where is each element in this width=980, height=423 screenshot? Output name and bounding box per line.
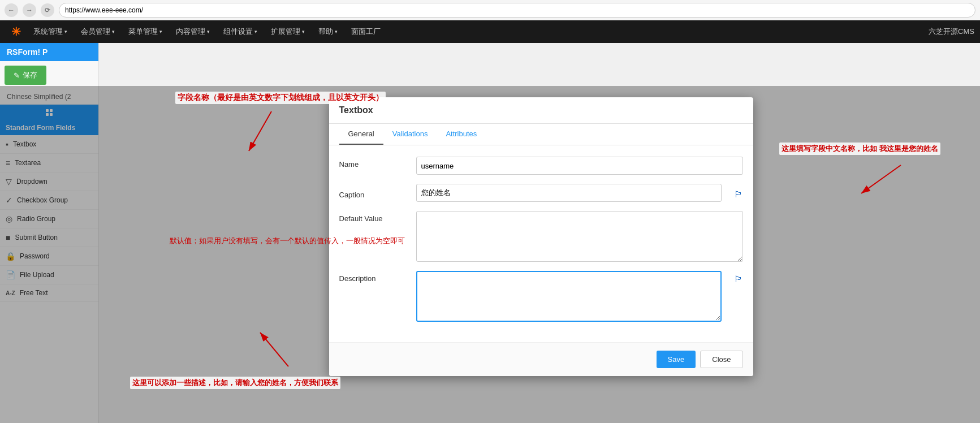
caption-label: Caption: [339, 187, 407, 199]
description-row: Description 🏳: [339, 271, 743, 322]
default-value-row: Default Value: [339, 211, 743, 262]
modal-close-button[interactable]: Close: [700, 351, 742, 368]
annotation-arrow-1: [243, 106, 334, 157]
textbox-modal: Textbox General Validations Attributes N…: [329, 97, 753, 376]
nav-item-components[interactable]: 组件设置 ▾: [217, 20, 264, 43]
nav-item-help[interactable]: 帮助 ▾: [312, 20, 344, 43]
sidebar-logo: RSForm! P: [0, 43, 98, 61]
chevron-down-icon: ▾: [112, 29, 115, 34]
url-bar[interactable]: [59, 3, 975, 18]
nav-item-page[interactable]: 面面工厂: [344, 20, 387, 43]
description-translate-icon: 🏳: [734, 274, 743, 284]
caption-row: Caption 🏳: [339, 184, 743, 202]
svg-line-3: [861, 165, 901, 193]
caption-translate-icon: 🏳: [734, 189, 743, 200]
modal-footer: Save Close: [329, 342, 753, 376]
modal-body: Name Caption 🏳 Default Value Description: [329, 145, 753, 342]
chevron-down-icon: ▾: [64, 29, 67, 34]
back-button[interactable]: ←: [5, 3, 18, 17]
annotation-text-2: 这里填写字段中文名称，比如 我这里是您的姓名: [779, 143, 940, 155]
nav-item-members[interactable]: 会员管理 ▾: [74, 20, 122, 43]
chevron-down-icon: ▾: [302, 29, 305, 34]
annotation-arrow-2: [844, 159, 912, 205]
save-button[interactable]: ✎ 保存: [5, 66, 46, 85]
description-textarea[interactable]: [416, 271, 722, 322]
name-row: Name: [339, 157, 743, 175]
chevron-down-icon: ▾: [207, 29, 210, 34]
default-value-textarea[interactable]: [416, 211, 743, 262]
chevron-down-icon: ▾: [335, 29, 338, 34]
tab-validations[interactable]: Validations: [383, 124, 437, 145]
tab-attributes[interactable]: Attributes: [437, 124, 486, 145]
annotation-arrow-3: [254, 327, 322, 372]
caption-input[interactable]: [416, 184, 722, 202]
top-nav: ✳ 系统管理 ▾ 会员管理 ▾ 菜单管理 ▾ 内容管理 ▾ 组件设置 ▾ 扩展管…: [0, 20, 980, 43]
annotation-text-3: 这里可以添加一些描述，比如，请输入您的姓名，方便我们联系: [130, 377, 340, 389]
nav-item-sysadmin[interactable]: 系统管理 ▾: [27, 20, 74, 43]
description-label: Description: [339, 271, 407, 283]
nav-logo: ✳: [6, 25, 27, 38]
save-icon: ✎: [14, 71, 20, 80]
reload-button[interactable]: ⟳: [41, 3, 54, 17]
nav-item-extensions[interactable]: 扩展管理 ▾: [264, 20, 312, 43]
modal-backdrop: Textbox General Validations Attributes N…: [0, 86, 980, 423]
nav-item-content[interactable]: 内容管理 ▾: [169, 20, 217, 43]
forward-button[interactable]: →: [23, 3, 36, 17]
name-input[interactable]: [416, 157, 743, 175]
chevron-down-icon: ▾: [254, 29, 257, 34]
tab-general[interactable]: General: [339, 124, 383, 145]
chevron-down-icon: ▾: [159, 29, 162, 34]
default-value-label: Default Value: [339, 211, 407, 223]
name-label: Name: [339, 157, 407, 169]
modal-save-button[interactable]: Save: [657, 351, 696, 368]
nav-right-brand: 六芝开源CMS: [929, 27, 974, 37]
modal-title: Textbox: [329, 97, 753, 124]
svg-line-5: [260, 333, 288, 366]
browser-bar: ← → ⟳: [0, 0, 980, 20]
nav-item-menus[interactable]: 菜单管理 ▾: [122, 20, 169, 43]
modal-tabs: General Validations Attributes: [329, 124, 753, 145]
svg-line-1: [249, 111, 271, 151]
main-area: RSForm! P ✎ 保存 Chinese Simplified (2 Sta…: [0, 43, 980, 423]
